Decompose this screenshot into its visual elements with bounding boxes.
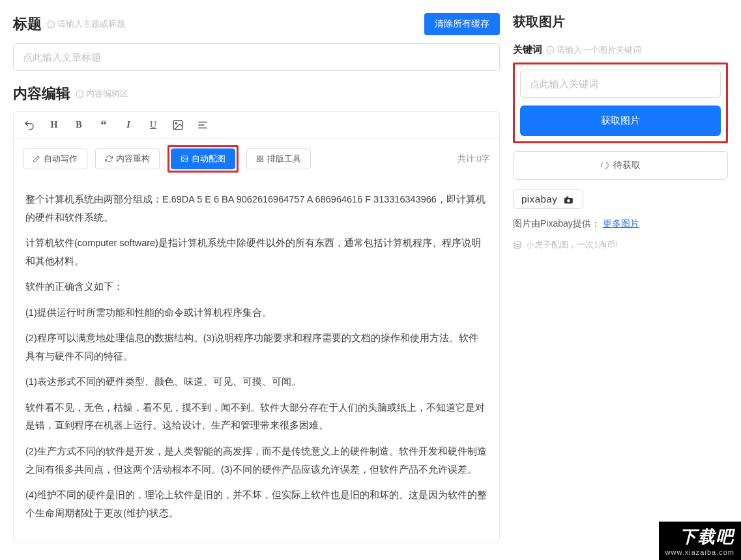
content-label: 内容编辑 — [13, 84, 70, 104]
undo-icon[interactable] — [23, 119, 36, 132]
watermark-text: 下载吧 — [665, 525, 734, 542]
image-icon[interactable] — [171, 119, 184, 132]
watermark: 下载吧 www.xiazaiba.com — [659, 522, 741, 542]
svg-rect-23 — [566, 196, 569, 198]
paragraph: (1)表达形式不同的硬件类型、颜色、味道、可见、可摸、可闻。 — [25, 373, 487, 391]
clear-cache-button[interactable]: 清除所有缓存 — [424, 13, 500, 35]
content-header: 内容编辑 内容编辑区 — [13, 84, 500, 104]
auto-write-button[interactable]: 自动写作 — [23, 148, 87, 169]
svg-point-7 — [175, 122, 177, 124]
info-icon — [76, 90, 84, 98]
svg-point-12 — [183, 158, 184, 159]
keyword-hint: 请输入一个图片关键词 — [546, 44, 641, 56]
sidebar-panel: 获取图片 关键词 请输入一个图片关键词 获取图片 待获取 pixabay — [513, 13, 728, 542]
more-images-link[interactable]: 更多图片 — [603, 218, 639, 229]
keyword-input[interactable] — [520, 70, 721, 98]
info-icon — [546, 46, 555, 54]
svg-point-22 — [567, 199, 570, 202]
paragraph: 整个计算机系统由两部分组成：E.69DA 5 E 6 BA 9062616964… — [25, 191, 487, 227]
content-hint: 内容编辑区 — [76, 88, 128, 100]
refresh-icon — [105, 155, 113, 163]
svg-point-20 — [602, 162, 609, 169]
auto-image-highlight: 自动配图 — [167, 145, 239, 173]
paragraph: (1)提供运行时所需功能和性能的命令或计算机程序集合。 — [25, 304, 487, 322]
editor-body[interactable]: 整个计算机系统由两部分组成：E.69DA 5 E 6 BA 9062616964… — [14, 179, 499, 542]
grid-icon — [256, 155, 264, 163]
svg-rect-13 — [257, 156, 260, 159]
fetch-image-button[interactable]: 获取图片 — [520, 105, 721, 136]
title-hint: 请输入主题或标题 — [47, 18, 125, 30]
paragraph: (2)生产方式不同的软件是开发，是人类智能的高发挥，而不是传统意义上的硬件制造。… — [25, 443, 487, 479]
info-icon — [47, 20, 55, 29]
loading-icon — [600, 161, 609, 170]
italic-icon[interactable]: I — [122, 119, 135, 132]
title-header: 标题 请输入主题或标题 清除所有缓存 — [13, 13, 500, 35]
sidebar-heading: 获取图片 — [513, 13, 728, 31]
align-icon[interactable] — [196, 119, 209, 132]
image-icon — [181, 155, 188, 163]
quote-icon[interactable]: “ — [97, 119, 110, 132]
pending-button[interactable]: 待获取 — [513, 151, 728, 180]
paragraph: (4)维护不同的硬件是旧的，理论上软件是旧的，并不坏，但实际上软件也是旧的和坏的… — [25, 486, 487, 522]
heading-icon[interactable]: H — [48, 119, 61, 132]
formatting-toolbar: H B “ I U — [14, 112, 499, 139]
pencil-icon — [33, 155, 40, 163]
underline-icon[interactable]: U — [147, 119, 160, 132]
coin-icon — [513, 240, 522, 249]
keyword-label: 关键词 — [513, 44, 542, 56]
layout-tool-button[interactable]: 排版工具 — [246, 148, 311, 169]
svg-point-24 — [514, 242, 521, 245]
svg-rect-15 — [261, 160, 263, 162]
paragraph: 软件看不见，无色，枯燥，看不见，摸不到，闻不到。软件大部分存在于人们的头脑或纸上… — [25, 399, 487, 435]
editor-card: H B “ I U 自动写作 内容重构 — [13, 111, 500, 542]
keyword-highlight-box: 获取图片 — [513, 63, 728, 143]
main-panel: 标题 请输入主题或标题 清除所有缓存 内容编辑 内容编辑区 — [13, 13, 500, 542]
bold-icon[interactable]: B — [72, 119, 85, 132]
pixabay-badge: pixabay — [513, 189, 583, 209]
pixabay-attribution: 图片由Pixabay提供： 更多图片 — [513, 218, 728, 230]
camera-icon — [563, 193, 575, 204]
paragraph: 计算机软件(computer software)是指计算机系统中除硬件以外的所有… — [25, 234, 487, 270]
title-input[interactable] — [13, 43, 500, 71]
action-toolbar: 自动写作 内容重构 自动配图 排版工具 — [14, 139, 499, 179]
title-label: 标题 — [13, 14, 42, 34]
paragraph: 软件的正确含义如下： — [25, 278, 487, 296]
svg-rect-14 — [261, 156, 263, 159]
keyword-header: 关键词 请输入一个图片关键词 — [513, 44, 728, 56]
auto-image-button[interactable]: 自动配图 — [171, 148, 235, 169]
word-count: 共计:0字 — [458, 153, 490, 165]
svg-rect-16 — [257, 160, 260, 162]
restructure-button[interactable]: 内容重构 — [95, 148, 160, 169]
coin-note: 小虎子配图，一次1淘币! — [513, 239, 728, 251]
paragraph: (2)程序可以满意地处理信息的数据结构。(3)说明程序功能要求和程序需要的文档的… — [25, 329, 487, 365]
